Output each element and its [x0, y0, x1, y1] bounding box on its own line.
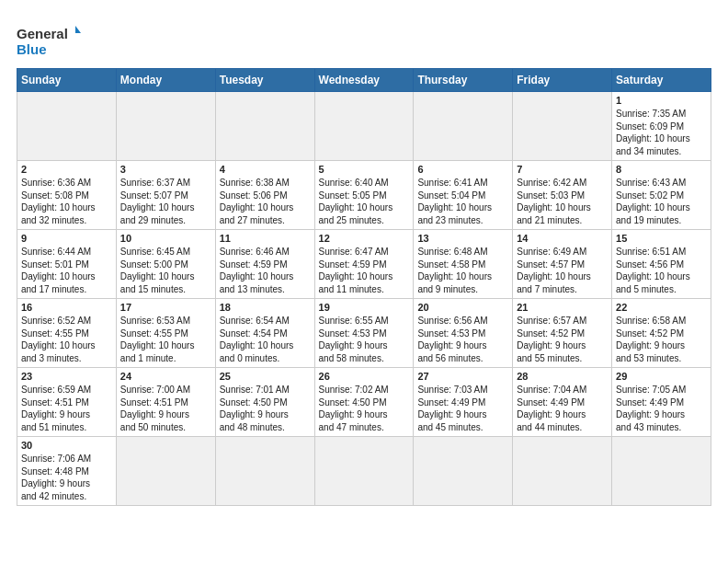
weekday-header-thursday: Thursday — [414, 69, 513, 92]
calendar-cell — [116, 92, 215, 161]
svg-text:General: General — [17, 26, 68, 41]
calendar-cell: 4Sunrise: 6:38 AM Sunset: 5:06 PM Daylig… — [215, 161, 314, 230]
day-number: 22 — [616, 302, 707, 313]
calendar-cell: 6Sunrise: 6:41 AM Sunset: 5:04 PM Daylig… — [414, 161, 513, 230]
day-info: Sunrise: 6:52 AM Sunset: 4:55 PM Dayligh… — [21, 315, 112, 364]
day-info: Sunrise: 6:57 AM Sunset: 4:52 PM Dayligh… — [517, 315, 608, 364]
day-info: Sunrise: 6:48 AM Sunset: 4:58 PM Dayligh… — [417, 246, 508, 295]
calendar-cell — [513, 92, 612, 161]
day-number: 27 — [417, 371, 508, 382]
day-number: 10 — [120, 233, 211, 244]
calendar-cell: 15Sunrise: 6:51 AM Sunset: 4:56 PM Dayli… — [612, 230, 711, 299]
weekday-header-friday: Friday — [513, 69, 612, 92]
generalblue-logo-icon: General Blue — [17, 22, 81, 59]
calendar-cell: 7Sunrise: 6:42 AM Sunset: 5:03 PM Daylig… — [513, 161, 612, 230]
day-info: Sunrise: 7:06 AM Sunset: 4:48 PM Dayligh… — [21, 453, 112, 502]
logo: General Blue — [17, 22, 81, 59]
day-number: 13 — [417, 233, 508, 244]
calendar-cell — [612, 437, 711, 506]
day-info: Sunrise: 6:46 AM Sunset: 4:59 PM Dayligh… — [220, 246, 311, 295]
day-info: Sunrise: 6:59 AM Sunset: 4:51 PM Dayligh… — [21, 384, 112, 433]
calendar-cell: 1Sunrise: 7:35 AM Sunset: 6:09 PM Daylig… — [612, 92, 711, 161]
day-info: Sunrise: 6:36 AM Sunset: 5:08 PM Dayligh… — [21, 177, 112, 226]
day-info: Sunrise: 6:44 AM Sunset: 5:01 PM Dayligh… — [21, 246, 112, 295]
calendar-cell — [414, 437, 513, 506]
calendar-cell: 26Sunrise: 7:02 AM Sunset: 4:50 PM Dayli… — [314, 368, 414, 437]
weekday-header-tuesday: Tuesday — [215, 69, 314, 92]
day-info: Sunrise: 7:03 AM Sunset: 4:49 PM Dayligh… — [417, 384, 508, 433]
day-info: Sunrise: 6:43 AM Sunset: 5:02 PM Dayligh… — [616, 177, 707, 226]
calendar-cell: 8Sunrise: 6:43 AM Sunset: 5:02 PM Daylig… — [612, 161, 711, 230]
day-number: 25 — [220, 371, 311, 382]
calendar-table: SundayMondayTuesdayWednesdayThursdayFrid… — [17, 68, 711, 506]
calendar-cell: 20Sunrise: 6:56 AM Sunset: 4:53 PM Dayli… — [414, 299, 513, 368]
calendar-cell — [314, 437, 414, 506]
calendar-page: General Blue SundayMondayTuesdayWednesda… — [0, 0, 728, 515]
calendar-cell — [17, 92, 117, 161]
day-number: 21 — [517, 302, 608, 313]
day-number: 3 — [120, 164, 211, 175]
day-number: 30 — [21, 440, 112, 451]
day-number: 26 — [319, 371, 410, 382]
calendar-week-row: 23Sunrise: 6:59 AM Sunset: 4:51 PM Dayli… — [17, 368, 711, 437]
calendar-cell: 3Sunrise: 6:37 AM Sunset: 5:07 PM Daylig… — [116, 161, 215, 230]
calendar-cell: 12Sunrise: 6:47 AM Sunset: 4:59 PM Dayli… — [314, 230, 414, 299]
day-number: 11 — [220, 233, 311, 244]
calendar-week-row: 2Sunrise: 6:36 AM Sunset: 5:08 PM Daylig… — [17, 161, 711, 230]
day-info: Sunrise: 7:35 AM Sunset: 6:09 PM Dayligh… — [616, 108, 707, 157]
day-info: Sunrise: 6:41 AM Sunset: 5:04 PM Dayligh… — [417, 177, 508, 226]
calendar-cell: 14Sunrise: 6:49 AM Sunset: 4:57 PM Dayli… — [513, 230, 612, 299]
day-number: 18 — [220, 302, 311, 313]
calendar-week-row: 9Sunrise: 6:44 AM Sunset: 5:01 PM Daylig… — [17, 230, 711, 299]
calendar-cell: 19Sunrise: 6:55 AM Sunset: 4:53 PM Dayli… — [314, 299, 414, 368]
calendar-cell: 28Sunrise: 7:04 AM Sunset: 4:49 PM Dayli… — [513, 368, 612, 437]
day-number: 20 — [417, 302, 508, 313]
day-info: Sunrise: 7:02 AM Sunset: 4:50 PM Dayligh… — [319, 384, 410, 433]
weekday-header-sunday: Sunday — [17, 69, 117, 92]
calendar-cell: 23Sunrise: 6:59 AM Sunset: 4:51 PM Dayli… — [17, 368, 117, 437]
day-number: 6 — [417, 164, 508, 175]
weekday-header-saturday: Saturday — [612, 69, 711, 92]
calendar-cell: 29Sunrise: 7:05 AM Sunset: 4:49 PM Dayli… — [612, 368, 711, 437]
day-info: Sunrise: 6:47 AM Sunset: 4:59 PM Dayligh… — [319, 246, 410, 295]
day-info: Sunrise: 6:40 AM Sunset: 5:05 PM Dayligh… — [319, 177, 410, 226]
day-info: Sunrise: 6:51 AM Sunset: 4:56 PM Dayligh… — [616, 246, 707, 295]
weekday-header-row: SundayMondayTuesdayWednesdayThursdayFrid… — [17, 69, 711, 92]
calendar-cell: 16Sunrise: 6:52 AM Sunset: 4:55 PM Dayli… — [17, 299, 117, 368]
day-number: 24 — [120, 371, 211, 382]
calendar-cell: 5Sunrise: 6:40 AM Sunset: 5:05 PM Daylig… — [314, 161, 414, 230]
day-number: 1 — [616, 95, 707, 106]
calendar-cell — [513, 437, 612, 506]
calendar-cell — [215, 437, 314, 506]
calendar-cell: 11Sunrise: 6:46 AM Sunset: 4:59 PM Dayli… — [215, 230, 314, 299]
day-info: Sunrise: 7:04 AM Sunset: 4:49 PM Dayligh… — [517, 384, 608, 433]
day-info: Sunrise: 6:55 AM Sunset: 4:53 PM Dayligh… — [319, 315, 410, 364]
calendar-cell: 25Sunrise: 7:01 AM Sunset: 4:50 PM Dayli… — [215, 368, 314, 437]
calendar-cell: 18Sunrise: 6:54 AM Sunset: 4:54 PM Dayli… — [215, 299, 314, 368]
day-info: Sunrise: 6:37 AM Sunset: 5:07 PM Dayligh… — [120, 177, 211, 226]
day-number: 9 — [21, 233, 112, 244]
svg-text:Blue: Blue — [17, 41, 47, 57]
weekday-header-monday: Monday — [116, 69, 215, 92]
day-info: Sunrise: 6:56 AM Sunset: 4:53 PM Dayligh… — [417, 315, 508, 364]
day-info: Sunrise: 7:00 AM Sunset: 4:51 PM Dayligh… — [120, 384, 211, 433]
calendar-cell: 30Sunrise: 7:06 AM Sunset: 4:48 PM Dayli… — [17, 437, 117, 506]
calendar-week-row: 30Sunrise: 7:06 AM Sunset: 4:48 PM Dayli… — [17, 437, 711, 506]
day-number: 8 — [616, 164, 707, 175]
day-info: Sunrise: 6:58 AM Sunset: 4:52 PM Dayligh… — [616, 315, 707, 364]
header: General Blue — [17, 17, 711, 59]
calendar-cell: 13Sunrise: 6:48 AM Sunset: 4:58 PM Dayli… — [414, 230, 513, 299]
day-info: Sunrise: 7:01 AM Sunset: 4:50 PM Dayligh… — [220, 384, 311, 433]
svg-marker-2 — [75, 26, 81, 33]
calendar-cell: 22Sunrise: 6:58 AM Sunset: 4:52 PM Dayli… — [612, 299, 711, 368]
day-info: Sunrise: 6:38 AM Sunset: 5:06 PM Dayligh… — [220, 177, 311, 226]
day-number: 28 — [517, 371, 608, 382]
calendar-week-row: 1Sunrise: 7:35 AM Sunset: 6:09 PM Daylig… — [17, 92, 711, 161]
day-info: Sunrise: 6:49 AM Sunset: 4:57 PM Dayligh… — [517, 246, 608, 295]
calendar-cell — [116, 437, 215, 506]
day-number: 17 — [120, 302, 211, 313]
calendar-cell — [314, 92, 414, 161]
day-number: 2 — [21, 164, 112, 175]
calendar-cell: 27Sunrise: 7:03 AM Sunset: 4:49 PM Dayli… — [414, 368, 513, 437]
calendar-cell: 9Sunrise: 6:44 AM Sunset: 5:01 PM Daylig… — [17, 230, 117, 299]
